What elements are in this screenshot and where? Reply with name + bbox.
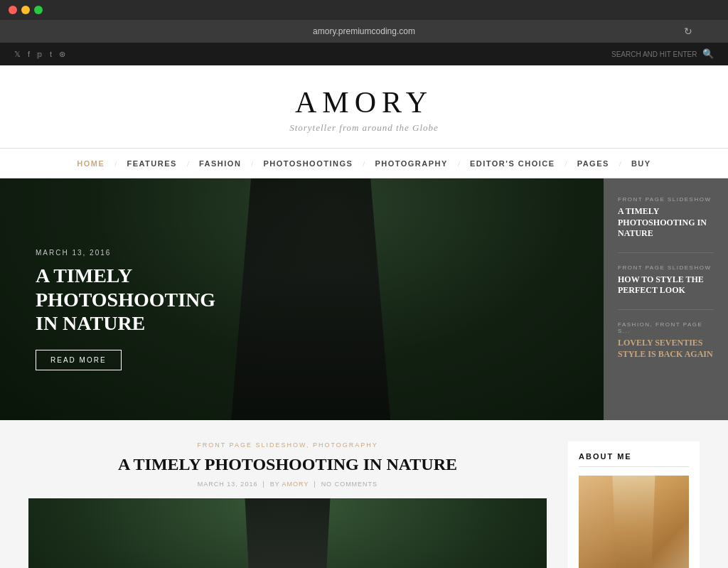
sidebar-post-title-3: LOVELY SEVENTIES STYLE IS BACK AGAIN	[618, 338, 714, 360]
hero-sidebar-post-3[interactable]: FASHION, FRONT PAGE S... LOVELY SEVENTIE…	[618, 321, 714, 363]
sidebar-post-title-1: A TIMELY PHOTOSHOOTING IN NATURE	[618, 206, 714, 240]
pinterest-icon[interactable]: 𝕡	[37, 50, 43, 59]
close-button[interactable]	[9, 6, 17, 14]
top-bar: 𝕏 f 𝕡 t ⊛ 🔍	[0, 43, 728, 65]
sidebar-post-category-2: FRONT PAGE SLIDESHOW	[618, 264, 714, 271]
nav-fashion[interactable]: FASHION	[189, 159, 251, 168]
about-widget-title: ABOUT ME	[579, 452, 689, 467]
hero-sidebar: FRONT PAGE SLIDESHOW A TIMELY PHOTOSHOOT…	[604, 178, 728, 420]
nav-buy[interactable]: BUY	[621, 159, 661, 168]
twitter-icon[interactable]: 𝕏	[14, 50, 21, 59]
hero-title: A TIMELY PHOTOSHOOTING IN NATURE	[36, 264, 235, 336]
post-comments: NO COMMENTS	[321, 481, 378, 488]
sidebar-post-category-3: FASHION, FRONT PAGE S...	[618, 321, 714, 334]
hero-section: MARCH 13, 2016 A TIMELY PHOTOSHOOTING IN…	[0, 178, 728, 420]
post-author[interactable]: AMORY	[282, 481, 309, 488]
browser-chrome: amory.premiumcoding.com ↻	[0, 0, 728, 43]
url-bar[interactable]: amory.premiumcoding.com ↻	[0, 20, 728, 43]
nav-photoshootings[interactable]: PHOTOSHOOTINGS	[253, 159, 363, 168]
social-icons: 𝕏 f 𝕡 t ⊛	[14, 50, 65, 59]
minimize-button[interactable]	[21, 6, 30, 14]
nav-editors-choice[interactable]: EDITOR'S CHOICE	[460, 159, 565, 168]
top-search-bar[interactable]: 🔍	[611, 48, 714, 60]
post-meta: MARCH 13, 2016 | BY AMORY | NO COMMENTS	[28, 481, 547, 488]
site-tagline: Storyteller from around the Globe	[0, 122, 728, 134]
tumblr-icon[interactable]: t	[50, 50, 52, 58]
nav-features[interactable]: FEATURES	[117, 159, 186, 168]
nav-pages[interactable]: PAGES	[567, 159, 619, 168]
main-navigation: HOME / FEATURES / FASHION / PHOTOSHOOTIN…	[0, 149, 728, 178]
hero-date: MARCH 13, 2016	[36, 249, 235, 257]
site-header: AMORY Storyteller from around the Globe	[0, 65, 728, 149]
hero-image: MARCH 13, 2016 A TIMELY PHOTOSHOOTING IN…	[0, 178, 604, 420]
site-title[interactable]: AMORY	[0, 85, 728, 119]
read-more-button[interactable]: READ MORE	[36, 350, 122, 370]
about-image	[579, 476, 689, 568]
hero-sidebar-post-1[interactable]: FRONT PAGE SLIDESHOW A TIMELY PHOTOSHOOT…	[618, 196, 714, 253]
post-title: A TIMELY PHOTOSHOOTING IN NATURE	[28, 454, 547, 475]
website-content: 𝕏 f 𝕡 t ⊛ 🔍 AMORY Storyteller from aroun…	[0, 43, 728, 568]
rss-icon[interactable]: ⊛	[59, 50, 65, 59]
post-category: FRONT PAGE SLIDESHOW, PHOTOGRAPHY	[28, 441, 547, 449]
search-input[interactable]	[611, 50, 697, 58]
hero-content: MARCH 13, 2016 A TIMELY PHOTOSHOOTING IN…	[36, 249, 235, 370]
nav-photography[interactable]: PHOTOGRAPHY	[365, 159, 457, 168]
main-content-area: FRONT PAGE SLIDESHOW, PHOTOGRAPHY A TIME…	[0, 420, 728, 568]
sidebar-post-category-1: FRONT PAGE SLIDESHOW	[618, 196, 714, 203]
maximize-button[interactable]	[34, 6, 43, 14]
nav-home[interactable]: HOME	[67, 159, 114, 168]
main-posts: FRONT PAGE SLIDESHOW, PHOTOGRAPHY A TIME…	[28, 441, 547, 568]
sidebar-post-title-2: HOW TO STYLE THE PERFECT LOOK	[618, 274, 714, 296]
right-sidebar: ABOUT ME	[568, 441, 700, 568]
url-text: amory.premiumcoding.com	[313, 26, 415, 36]
hero-sidebar-post-2[interactable]: FRONT PAGE SLIDESHOW HOW TO STYLE THE PE…	[618, 264, 714, 310]
refresh-icon[interactable]: ↻	[684, 26, 692, 38]
post-thumbnail[interactable]	[28, 498, 547, 568]
post-date: MARCH 13, 2016	[198, 481, 258, 488]
window-controls[interactable]	[9, 6, 43, 14]
facebook-icon[interactable]: f	[28, 50, 30, 58]
about-widget: ABOUT ME	[568, 441, 700, 568]
search-icon[interactable]: 🔍	[702, 48, 714, 60]
